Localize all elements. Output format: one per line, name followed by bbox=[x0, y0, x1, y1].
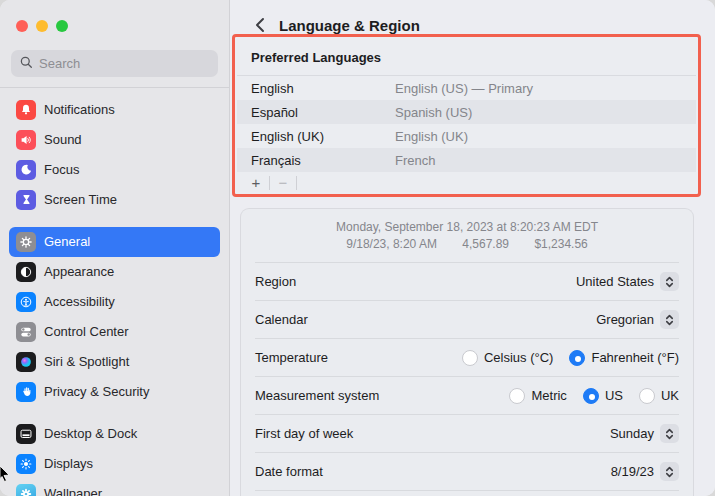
format-preview-currency: $1,234.56 bbox=[534, 237, 587, 251]
speaker-icon bbox=[16, 130, 36, 150]
search-icon bbox=[19, 55, 33, 73]
sidebar-item-privacy-security[interactable]: Privacy & Security bbox=[9, 377, 220, 407]
siri-orb-icon bbox=[16, 352, 36, 372]
temperature-label: Temperature bbox=[255, 350, 328, 365]
date-format-value: 8/19/23 bbox=[611, 464, 654, 479]
sidebar-item-siri-spotlight[interactable]: Siri & Spotlight bbox=[9, 347, 220, 377]
sidebar-item-accessibility[interactable]: Accessibility bbox=[9, 287, 220, 317]
sidebar-item-control-center[interactable]: Control Center bbox=[9, 317, 220, 347]
first-day-value: Sunday bbox=[610, 426, 654, 441]
sidebar-item-screen-time[interactable]: Screen Time bbox=[9, 185, 220, 215]
region-select[interactable]: United States bbox=[576, 272, 679, 291]
minimize-window-button[interactable] bbox=[36, 20, 48, 32]
radio-selected-icon bbox=[583, 388, 599, 404]
radio-icon bbox=[462, 350, 478, 366]
toggles-icon bbox=[16, 322, 36, 342]
calendar-select[interactable]: Gregorian bbox=[596, 310, 679, 329]
sidebar-item-label: Screen Time bbox=[44, 192, 117, 207]
sidebar-nav: Notifications Sound Focus Screen Time bbox=[0, 88, 229, 496]
hand-icon bbox=[16, 382, 36, 402]
sidebar-item-label: Wallpaper bbox=[44, 486, 102, 496]
sidebar-item-label: Displays bbox=[44, 456, 93, 471]
language-detail: English (US) — Primary bbox=[395, 81, 533, 96]
add-language-button[interactable]: + bbox=[243, 173, 269, 192]
region-value: United States bbox=[576, 274, 654, 289]
radio-icon bbox=[639, 388, 655, 404]
chevron-up-down-icon bbox=[660, 272, 679, 291]
format-preview-date: Monday, September 18, 2023 at 8:20:23 AM… bbox=[241, 219, 693, 236]
sidebar-item-label: Focus bbox=[44, 162, 79, 177]
region-label: Region bbox=[255, 274, 296, 289]
temperature-radio-group: Celsius (°C) Fahrenheit (°F) bbox=[462, 350, 679, 366]
sidebar-item-focus[interactable]: Focus bbox=[9, 155, 220, 185]
mouse-cursor bbox=[0, 466, 10, 482]
date-format-select[interactable]: 8/19/23 bbox=[611, 462, 679, 481]
date-format-row: Date format 8/19/23 bbox=[241, 453, 693, 490]
calendar-label: Calendar bbox=[255, 312, 308, 327]
accessibility-icon bbox=[16, 292, 36, 312]
sidebar-item-label: Siri & Spotlight bbox=[44, 354, 129, 369]
language-name: English (UK) bbox=[251, 129, 395, 144]
moon-icon bbox=[16, 160, 36, 180]
sidebar-item-label: Control Center bbox=[44, 324, 129, 339]
sidebar-item-label: Privacy & Security bbox=[44, 384, 149, 399]
dock-icon bbox=[16, 424, 36, 444]
gear-icon bbox=[16, 232, 36, 252]
sidebar-item-wallpaper[interactable]: Wallpaper bbox=[9, 479, 220, 496]
temperature-row: Temperature Celsius (°C) Fahrenheit (°F) bbox=[241, 339, 693, 376]
first-day-row: First day of week Sunday bbox=[241, 415, 693, 452]
uk-radio[interactable]: UK bbox=[639, 388, 679, 404]
first-day-select[interactable]: Sunday bbox=[610, 424, 679, 443]
sun-icon bbox=[16, 454, 36, 474]
sidebar-item-label: Sound bbox=[44, 132, 82, 147]
language-name: English bbox=[251, 81, 395, 96]
sidebar-item-label: General bbox=[44, 234, 90, 249]
language-row-english-uk[interactable]: English (UK) English (UK) bbox=[237, 124, 696, 148]
language-row-espanol[interactable]: Español Spanish (US) bbox=[237, 100, 696, 124]
language-list-toolbar: + − bbox=[237, 172, 696, 192]
sidebar-item-desktop-dock[interactable]: Desktop & Dock bbox=[9, 419, 220, 449]
sidebar-item-general[interactable]: General bbox=[9, 227, 220, 257]
measurement-row: Measurement system Metric US UK bbox=[241, 377, 693, 414]
chevron-up-down-icon bbox=[660, 424, 679, 443]
metric-radio[interactable]: Metric bbox=[509, 388, 566, 404]
flower-icon bbox=[16, 484, 36, 496]
calendar-value: Gregorian bbox=[596, 312, 654, 327]
sidebar-item-displays[interactable]: Displays bbox=[9, 449, 220, 479]
format-preview-short-date: 9/18/23, 8:20 AM bbox=[346, 237, 437, 251]
chevron-up-down-icon bbox=[660, 310, 679, 329]
zoom-window-button[interactable] bbox=[56, 20, 68, 32]
system-settings-window: Search Notifications Sound F bbox=[0, 0, 715, 496]
sidebar-item-sound[interactable]: Sound bbox=[9, 125, 220, 155]
toolbar-divider bbox=[296, 176, 297, 190]
language-name: Français bbox=[251, 153, 395, 168]
language-detail: English (UK) bbox=[395, 129, 468, 144]
search-input[interactable]: Search bbox=[11, 50, 218, 77]
remove-language-button[interactable]: − bbox=[270, 173, 296, 192]
format-preview-number: 4,567.89 bbox=[462, 237, 509, 251]
close-window-button[interactable] bbox=[16, 20, 28, 32]
radio-icon bbox=[509, 388, 525, 404]
sidebar-item-notifications[interactable]: Notifications bbox=[9, 95, 220, 125]
preferred-languages-card: Preferred Languages English English (US)… bbox=[237, 39, 696, 192]
sidebar-item-label: Notifications bbox=[44, 102, 115, 117]
celsius-radio[interactable]: Celsius (°C) bbox=[462, 350, 553, 366]
back-button[interactable] bbox=[251, 16, 269, 34]
calendar-row: Calendar Gregorian bbox=[241, 301, 693, 338]
hourglass-icon bbox=[16, 190, 36, 210]
first-day-label: First day of week bbox=[255, 426, 353, 441]
region-row: Region United States bbox=[241, 263, 693, 300]
us-radio[interactable]: US bbox=[583, 388, 623, 404]
format-preview: Monday, September 18, 2023 at 8:20:23 AM… bbox=[241, 209, 693, 262]
preferred-languages-title: Preferred Languages bbox=[237, 39, 696, 76]
page-title: Language & Region bbox=[279, 17, 420, 34]
sidebar-item-appearance[interactable]: Appearance bbox=[9, 257, 220, 287]
language-region-pane: Language & Region Preferred Languages En… bbox=[230, 0, 715, 496]
sidebar: Search Notifications Sound F bbox=[0, 0, 230, 496]
row-divider bbox=[255, 490, 679, 491]
language-row-english[interactable]: English English (US) — Primary bbox=[237, 76, 696, 100]
language-row-francais[interactable]: Français French bbox=[237, 148, 696, 172]
region-settings-card: Monday, September 18, 2023 at 8:20:23 AM… bbox=[240, 208, 694, 496]
fahrenheit-radio[interactable]: Fahrenheit (°F) bbox=[569, 350, 679, 366]
bell-icon bbox=[16, 100, 36, 120]
